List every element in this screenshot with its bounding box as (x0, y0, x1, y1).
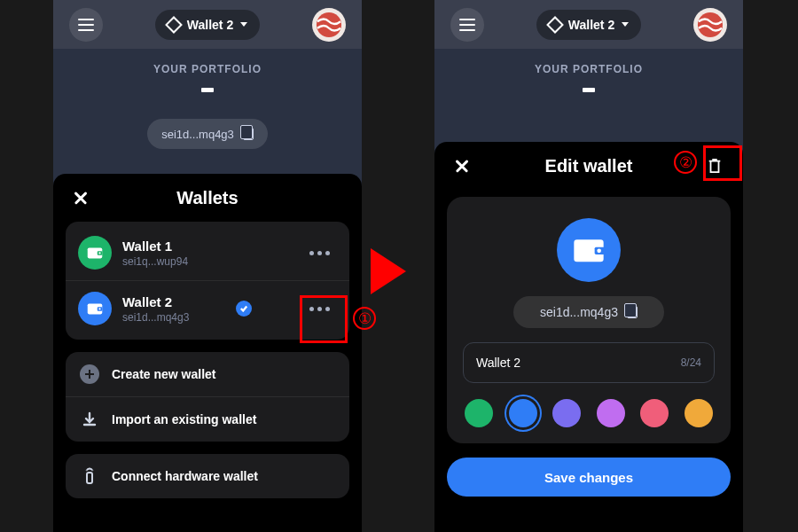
app-logo (312, 8, 346, 42)
wallet-list-card: Wallet 1 sei1q...wup94 Wallet 2 sei1d...… (66, 222, 349, 340)
portfolio-value-placeholder (201, 88, 214, 92)
wallet-name: Wallet 2 (122, 294, 189, 309)
hardware-icon (80, 466, 99, 486)
menu-button[interactable] (69, 8, 103, 42)
wallet-name: Wallet 1 (122, 239, 188, 254)
wallet-name-input[interactable]: Wallet 2 8/24 (463, 342, 715, 383)
portfolio-label: YOUR PORTFOLIO (53, 63, 362, 75)
chevron-down-icon (240, 22, 247, 27)
wallet-selector-label: Wallet 2 (568, 18, 614, 32)
wallet-row[interactable]: Wallet 2 sei1d...mq4g3 (66, 280, 349, 336)
color-swatch[interactable] (465, 399, 493, 427)
diamond-icon (546, 16, 564, 34)
portfolio-value-placeholder (583, 88, 595, 92)
color-swatch[interactable] (640, 399, 669, 427)
wallet-options-card: Create new wallet Import an existing wal… (66, 352, 349, 442)
option-label: Import an existing wallet (112, 412, 256, 426)
wallet-more-button[interactable] (302, 300, 337, 318)
svg-point-6 (98, 308, 100, 309)
color-swatches (463, 399, 715, 427)
sheet-title: Wallets (66, 188, 349, 208)
wallet-addr: sei1d...mq4g3 (122, 311, 189, 324)
svg-point-11 (597, 249, 601, 254)
topbar: Wallet 2 (53, 0, 362, 49)
close-icon[interactable] (454, 158, 470, 174)
wallet-addr: sei1q...wup94 (122, 255, 188, 268)
wallet-selector[interactable]: Wallet 2 (536, 10, 641, 40)
app-logo (693, 8, 727, 42)
address-text: sei1d...mq4g3 (161, 128, 234, 141)
copy-icon (627, 306, 638, 318)
option-label: Create new wallet (112, 367, 216, 381)
plus-icon (80, 364, 99, 384)
svg-point-0 (317, 12, 341, 36)
download-icon (80, 410, 99, 429)
wallet-row[interactable]: Wallet 1 sei1q...wup94 (66, 225, 349, 280)
edit-wallet-sheet: Edit wallet sei1d...mq4g3 Wallet 2 8/24 (434, 142, 743, 532)
svg-point-8 (698, 12, 723, 36)
color-swatch[interactable] (552, 399, 581, 427)
wallet-name-value: Wallet 2 (476, 356, 520, 370)
delete-wallet-button[interactable] (706, 156, 724, 176)
wallet-selector-label: Wallet 2 (187, 18, 233, 32)
selected-check-icon (236, 301, 252, 317)
sheet-header: Edit wallet (447, 142, 731, 190)
connect-hardware-option[interactable]: Connect hardware wallet (66, 454, 349, 498)
sheet-header: Wallets (66, 174, 349, 222)
edit-card: sei1d...mq4g3 Wallet 2 8/24 (447, 197, 731, 443)
wallets-sheet: Wallets Wallet 1 sei1q...wup94 Wallet 2 (53, 174, 362, 532)
diamond-icon (165, 16, 183, 34)
screen-wallets-list: Wallet 2 YOUR PORTFOLIO sei1d...mq4g3 Wa… (53, 0, 362, 532)
import-wallet-option[interactable]: Import an existing wallet (66, 396, 349, 442)
wallet-selector[interactable]: Wallet 2 (155, 10, 260, 40)
portfolio-section: YOUR PORTFOLIO sei1d...mq4g3 (53, 49, 362, 149)
wallet-more-button[interactable] (302, 244, 337, 262)
chevron-down-icon (622, 22, 629, 27)
portfolio-label: YOUR PORTFOLIO (434, 63, 743, 75)
portfolio-section: YOUR PORTFOLIO (434, 49, 743, 96)
menu-button[interactable] (450, 8, 484, 42)
sheet-title: Edit wallet (447, 156, 731, 176)
option-label: Connect hardware wallet (112, 469, 258, 483)
address-pill[interactable]: sei1d...mq4g3 (513, 296, 664, 328)
svg-point-3 (98, 252, 100, 254)
screen-edit-wallet: Wallet 2 YOUR PORTFOLIO Edit wallet sei1… (434, 0, 743, 532)
color-swatch[interactable] (597, 399, 625, 427)
color-swatch[interactable] (509, 399, 537, 427)
hamburger-icon (78, 24, 94, 26)
char-count: 8/24 (681, 356, 701, 369)
wallet-avatar-icon (78, 236, 112, 270)
hamburger-icon (459, 24, 475, 26)
wallet-avatar-icon (78, 292, 112, 325)
create-wallet-option[interactable]: Create new wallet (66, 352, 349, 396)
copy-icon (243, 128, 254, 140)
hardware-option-card: Connect hardware wallet (66, 454, 349, 498)
svg-rect-7 (87, 473, 92, 483)
topbar: Wallet 2 (434, 0, 743, 49)
wallet-big-icon (557, 218, 621, 282)
tutorial-arrow-icon (371, 248, 406, 294)
close-icon[interactable] (73, 190, 89, 206)
color-swatch[interactable] (685, 399, 713, 427)
save-button[interactable]: Save changes (447, 458, 731, 497)
save-label: Save changes (544, 470, 633, 485)
address-pill[interactable]: sei1d...mq4g3 (147, 119, 268, 149)
address-text: sei1d...mq4g3 (540, 305, 618, 319)
